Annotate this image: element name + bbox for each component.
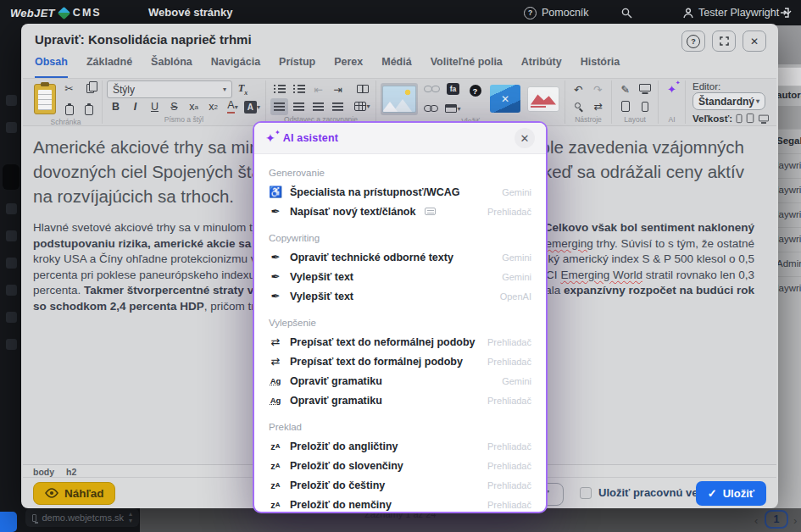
table-row[interactable]: laywrig	[776, 283, 801, 293]
pagination-page-1[interactable]: 1	[765, 510, 788, 529]
sidebar-item-icon[interactable]	[6, 122, 17, 133]
find-button[interactable]	[570, 98, 587, 115]
user-menu[interactable]: Tester Playwright	[683, 0, 792, 25]
save-button[interactable]: ✓ Uložiť	[696, 481, 766, 506]
preview-button[interactable]: Náhľad	[33, 482, 115, 505]
numbered-list-button[interactable]	[290, 80, 308, 97]
tab-m-di[interactable]: Médiá	[381, 56, 411, 78]
logout-button[interactable]	[780, 0, 792, 25]
sidebar-item-icon[interactable]	[6, 312, 17, 323]
sidebar-active-item[interactable]	[3, 164, 19, 190]
tab-navig-cia[interactable]: Navigácia	[211, 56, 260, 78]
help-menu[interactable]: ? Pomocník	[524, 0, 589, 25]
ai-action-nap-sa-nov-text-l-nok[interactable]: ✒Napísať nový text/článokPrehliadač	[269, 202, 531, 221]
underline-button[interactable]: U	[146, 98, 164, 115]
tab-hist-ria[interactable]: História	[581, 56, 620, 78]
phone-size-icon[interactable]	[737, 114, 743, 122]
path-body[interactable]: body	[33, 467, 54, 477]
tab-atrib-ty[interactable]: Atribúty	[521, 56, 562, 78]
tab-obsah[interactable]: Obsah	[35, 56, 68, 78]
outdent-button[interactable]: ⇤	[309, 80, 327, 97]
sidebar-item-icon[interactable]	[6, 230, 17, 241]
pagination-next[interactable]: ›	[793, 514, 797, 527]
source-edit-button[interactable]: ✎	[616, 80, 634, 97]
pagination-prev[interactable]: ‹	[754, 514, 758, 527]
modal-close-button[interactable]: ✕	[743, 30, 766, 52]
strikethrough-button[interactable]: S	[165, 98, 183, 115]
ai-action-prelo-i-do-sloven-iny[interactable]: zAPreložiť do slovenčinyPrehliadač	[269, 456, 531, 475]
sidebar-item-icon[interactable]	[6, 95, 17, 106]
phone-preview-button[interactable]	[636, 98, 654, 115]
remove-format-button[interactable]: Tx	[234, 81, 252, 98]
modal-help-button[interactable]: ?	[681, 30, 705, 52]
tablet-size-icon[interactable]	[747, 114, 754, 123]
undo-button[interactable]: ↶	[570, 80, 587, 97]
iframe-button[interactable]: ▾	[444, 100, 462, 117]
align-right-button[interactable]	[309, 98, 327, 115]
text-color-button[interactable]: A▾	[224, 98, 242, 115]
editor-type-select[interactable]: Štandardný ▾	[693, 92, 765, 110]
align-left-button[interactable]	[270, 98, 288, 115]
ai-action-opravi-gramatiku[interactable]: AgOpraviť gramatikuGemini	[269, 371, 531, 391]
path-h2[interactable]: h2	[66, 467, 76, 477]
tab-perex[interactable]: Perex	[334, 56, 363, 78]
paste-word-button[interactable]	[80, 102, 97, 119]
tab-pr-stup[interactable]: Prístup	[279, 56, 315, 78]
paste-plain-button[interactable]	[60, 102, 78, 119]
sidebar-item-icon[interactable]	[6, 258, 17, 269]
tab-volite-n-polia[interactable]: Voliteľné polia	[431, 56, 503, 78]
working-copy-checkbox[interactable]	[580, 487, 592, 499]
sidebar-item-icon[interactable]	[6, 339, 17, 350]
ai-action-vylep-i-text[interactable]: ✒Vylepšiť textGemini	[269, 267, 531, 286]
superscript-button[interactable]: x2	[204, 98, 222, 115]
table-row[interactable]: laywrig	[776, 160, 801, 170]
ai-action-opravi-technick-odborn-texty[interactable]: ✒Opraviť technické odborné textyGemini	[269, 247, 531, 267]
indent-button[interactable]: ⇥	[329, 80, 347, 97]
ai-action-vylep-i-text[interactable]: ✒Vylepšiť textOpenAI	[269, 286, 531, 306]
copy-button[interactable]	[80, 80, 97, 97]
ai-action-prep-sa-text-do-neform-lnej-podoby[interactable]: ⇄Prepísať text do neformálnej podobyPreh…	[269, 332, 531, 352]
table-row[interactable]: Admin	[776, 258, 801, 269]
unlink-button[interactable]	[422, 80, 440, 97]
ai-close-button[interactable]: ✕	[515, 128, 535, 148]
paste-button[interactable]	[34, 82, 56, 116]
table-button[interactable]: ▾	[353, 98, 371, 115]
ai-action-prep-sa-text-do-form-lnej-podoby[interactable]: ⇄Prepísať text do formálnej podobyPrehli…	[269, 352, 531, 371]
tab-abl-na[interactable]: Šablóna	[151, 56, 192, 78]
global-search-button[interactable]	[621, 0, 632, 25]
sidebar-item-icon[interactable]	[6, 285, 17, 296]
tab-z-kladn[interactable]: Základné	[86, 56, 132, 78]
ai-action-pecialista-na-pr-stupnos-wcag[interactable]: ♿Špecialista na prístupnosť/WCAGGemini	[269, 182, 531, 202]
subscript-button[interactable]: xa	[185, 98, 203, 115]
desktop-preview-button[interactable]	[636, 80, 654, 97]
italic-button[interactable]: I	[126, 98, 144, 115]
redo-button[interactable]: ↷	[589, 80, 607, 97]
fontawesome-button[interactable]: fa	[444, 80, 462, 97]
blockquote-button[interactable]	[353, 80, 371, 97]
sidebar-footer-button[interactable]	[0, 512, 17, 532]
tablet-preview-button[interactable]	[616, 98, 634, 115]
ai-action-opravi-gramatiku[interactable]: AgOpraviť gramatikuPrehliadač	[269, 391, 531, 410]
insert-media-button[interactable]	[526, 83, 560, 115]
bold-button[interactable]: B	[107, 98, 125, 115]
table-row[interactable]: laywrig	[776, 209, 801, 219]
ai-assistant-button[interactable]: ✦	[663, 80, 681, 97]
table-row[interactable]: Segal-W	[776, 136, 801, 146]
domain-selector[interactable]: demo.webjetcms.sk ▴▾	[25, 508, 139, 527]
replace-button[interactable]: ⇄	[589, 98, 607, 115]
ai-action-prelo-i-do-angli-tiny[interactable]: zAPreložiť do angličtinyPrehliadač	[269, 436, 531, 456]
styles-dropdown[interactable]: Štýly ▾	[107, 80, 232, 98]
link-button[interactable]	[422, 100, 440, 117]
modal-fullscreen-button[interactable]	[712, 30, 736, 52]
webjet-cms-logo[interactable]: WebJET CMS	[10, 0, 102, 25]
bullet-list-button[interactable]	[270, 80, 288, 97]
sidebar-item-icon[interactable]	[6, 203, 17, 214]
bg-color-button[interactable]: A▾	[243, 98, 261, 115]
webjet-apps-button[interactable]: ✕	[488, 83, 522, 115]
monitor-size-icon[interactable]	[759, 115, 769, 122]
justify-button[interactable]	[329, 98, 347, 115]
ai-action-prelo-i-do-e-tiny[interactable]: zAPreložiť do češtinyPrehliadač	[269, 475, 531, 495]
cut-button[interactable]: ✂	[60, 80, 78, 97]
ai-action-prelo-i-do-nem-iny[interactable]: zAPreložiť do nemčinyPrehliadač	[269, 495, 531, 512]
align-center-button[interactable]	[290, 98, 308, 115]
